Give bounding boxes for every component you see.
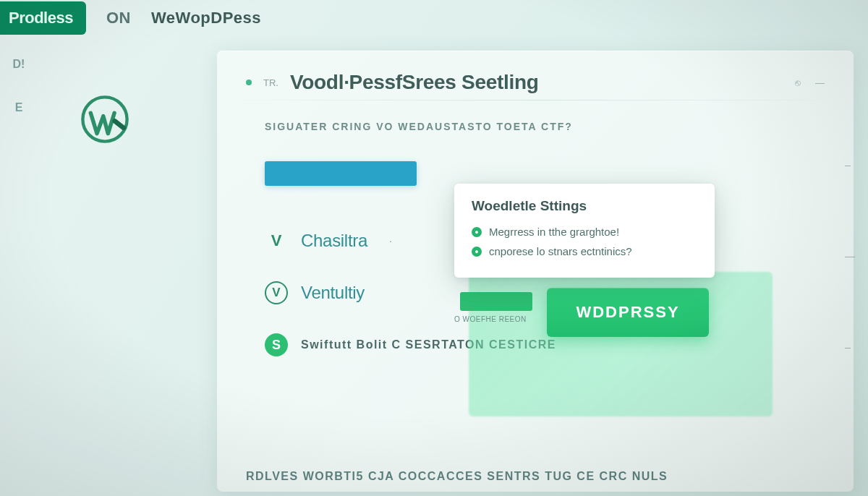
header-action-2[interactable]: — [815,77,825,88]
mini-input-caption: O WOEFHE REEON [454,315,527,323]
rail-item-e[interactable]: E [15,101,23,114]
popup-title: Woedletle Sttings [472,198,697,214]
panel-title: Voodl·PessfSrees Seetling [290,71,539,94]
v-circle-icon: V [265,281,288,304]
rail-item-d[interactable]: D! [13,58,25,71]
status-dot-icon [246,80,252,85]
s-badge-icon: S [265,333,288,356]
check-circle-icon: ● [472,247,482,257]
gutter-mark: – [845,341,855,353]
list-item-suffix: · [389,235,393,247]
left-rail: D! E [4,58,33,114]
check-circle-icon: ● [472,227,482,237]
panel-subtitle: SIGUATER CRING VO WEDAUSTASTO TOETA CTF? [265,121,825,132]
panel-header-actions: ⎋ — [795,77,825,88]
panel-header: TR. Voodl·PessfSrees Seetling ⎋ — [246,71,825,94]
list-item-label: Ventultiy [301,283,365,303]
brand-pill[interactable]: Prodless [0,1,86,35]
right-gutter: – — – [845,159,855,353]
tab-on[interactable]: ON [106,9,131,27]
header-divider [217,100,854,101]
tab-wewopdpess[interactable]: WeWopDPess [151,9,261,27]
popup-option-1[interactable]: ● Megrress in tthe grarghtoe! [472,226,697,238]
progress-bar [265,161,417,186]
svg-rect-1 [111,118,127,132]
primary-cta-button[interactable]: WDDPRSSY [547,288,709,337]
gutter-mark: — [845,250,855,262]
popup-option-2[interactable]: ● cnporese lo stnars ectntinics? [472,245,697,257]
settings-popup: Woedletle Sttings ● Megrress in tthe gra… [454,184,715,278]
v-icon: V [265,229,288,252]
panel-mini-label: TR. [263,77,278,88]
mini-input[interactable] [460,292,532,311]
popup-option-label: cnporese lo stnars ectntinics? [489,245,632,257]
list-item-label: Chasiltra [301,231,367,251]
popup-option-label: Megrress in tthe grarghtoe! [489,226,619,238]
wordpress-logo-icon [80,94,130,145]
header-action-1[interactable]: ⎋ [795,77,801,88]
gutter-mark: – [845,159,855,171]
top-bar: Prodless ON WeWopDPess [0,0,868,36]
panel-footer-text: RDLVES WORBTI5 CJA COCCACCES SENTRS TUG … [246,470,668,483]
